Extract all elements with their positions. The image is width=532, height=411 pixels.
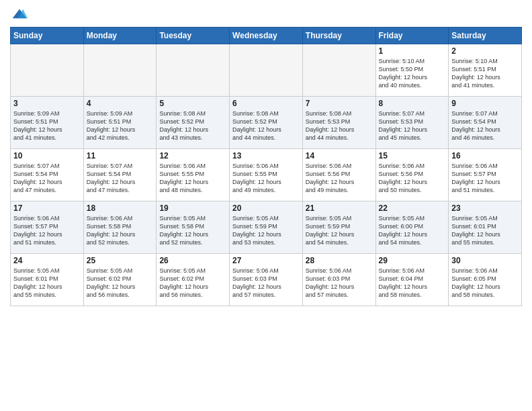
- day-info: Sunrise: 5:05 AMSunset: 6:01 PMDaylight:…: [451, 214, 519, 247]
- day-number: 15: [379, 151, 446, 161]
- header: [10, 7, 522, 23]
- day-info: Sunrise: 5:07 AMSunset: 5:54 PMDaylight:…: [87, 162, 154, 195]
- calendar-cell: [302, 44, 375, 97]
- calendar-cell: 29Sunrise: 5:06 AMSunset: 6:04 PMDayligh…: [375, 254, 449, 306]
- day-info: Sunrise: 5:08 AMSunset: 5:52 PMDaylight:…: [232, 109, 300, 142]
- calendar-cell: 3Sunrise: 5:09 AMSunset: 5:51 PMDaylight…: [11, 97, 84, 149]
- week-row-5: 24Sunrise: 5:05 AMSunset: 6:01 PMDayligh…: [11, 254, 522, 306]
- weekday-sunday: Sunday: [11, 28, 84, 44]
- day-number: 16: [451, 151, 519, 161]
- calendar-cell: 23Sunrise: 5:05 AMSunset: 6:01 PMDayligh…: [449, 201, 522, 254]
- day-number: 23: [451, 203, 519, 213]
- week-row-3: 10Sunrise: 5:07 AMSunset: 5:54 PMDayligh…: [11, 149, 522, 201]
- day-info: Sunrise: 5:05 AMSunset: 6:02 PMDaylight:…: [159, 267, 226, 300]
- day-number: 7: [306, 99, 373, 108]
- calendar-cell: [157, 44, 230, 97]
- week-row-2: 3Sunrise: 5:09 AMSunset: 5:51 PMDaylight…: [11, 97, 522, 149]
- day-number: 17: [13, 203, 81, 213]
- calendar-cell: 13Sunrise: 5:06 AMSunset: 5:55 PMDayligh…: [230, 149, 303, 201]
- day-number: 30: [451, 256, 519, 265]
- calendar-cell: 28Sunrise: 5:06 AMSunset: 6:03 PMDayligh…: [302, 254, 375, 306]
- day-number: 18: [87, 203, 154, 213]
- day-number: 8: [379, 99, 446, 108]
- day-info: Sunrise: 5:06 AMSunset: 6:04 PMDaylight:…: [379, 267, 446, 300]
- weekday-thursday: Thursday: [302, 28, 375, 44]
- day-info: Sunrise: 5:05 AMSunset: 6:01 PMDaylight:…: [13, 267, 81, 300]
- calendar-cell: 14Sunrise: 5:06 AMSunset: 5:56 PMDayligh…: [302, 149, 375, 201]
- calendar-body: 1Sunrise: 5:10 AMSunset: 5:50 PMDaylight…: [11, 44, 522, 306]
- week-row-4: 17Sunrise: 5:06 AMSunset: 5:57 PMDayligh…: [11, 201, 522, 254]
- day-info: Sunrise: 5:06 AMSunset: 5:57 PMDaylight:…: [13, 214, 81, 247]
- calendar-cell: 6Sunrise: 5:08 AMSunset: 5:52 PMDaylight…: [230, 97, 303, 149]
- day-number: 28: [306, 256, 373, 265]
- day-number: 1: [379, 46, 446, 56]
- calendar-cell: 15Sunrise: 5:06 AMSunset: 5:56 PMDayligh…: [375, 149, 449, 201]
- logo: [10, 7, 29, 23]
- calendar-cell: 25Sunrise: 5:05 AMSunset: 6:02 PMDayligh…: [83, 254, 157, 306]
- calendar-cell: 12Sunrise: 5:06 AMSunset: 5:55 PMDayligh…: [157, 149, 230, 201]
- calendar-cell: [11, 44, 84, 97]
- day-info: Sunrise: 5:09 AMSunset: 5:51 PMDaylight:…: [87, 109, 154, 142]
- day-info: Sunrise: 5:10 AMSunset: 5:50 PMDaylight:…: [379, 57, 446, 90]
- calendar-cell: 22Sunrise: 5:05 AMSunset: 6:00 PMDayligh…: [375, 201, 449, 254]
- day-info: Sunrise: 5:09 AMSunset: 5:51 PMDaylight:…: [13, 109, 81, 142]
- calendar-table: SundayMondayTuesdayWednesdayThursdayFrid…: [10, 27, 522, 306]
- calendar-cell: 16Sunrise: 5:06 AMSunset: 5:57 PMDayligh…: [449, 149, 522, 201]
- day-number: 27: [232, 256, 300, 265]
- calendar-cell: 21Sunrise: 5:05 AMSunset: 5:59 PMDayligh…: [302, 201, 375, 254]
- day-info: Sunrise: 5:08 AMSunset: 5:52 PMDaylight:…: [159, 109, 226, 142]
- day-info: Sunrise: 5:06 AMSunset: 5:56 PMDaylight:…: [379, 162, 446, 195]
- day-info: Sunrise: 5:07 AMSunset: 5:53 PMDaylight:…: [379, 109, 446, 142]
- day-info: Sunrise: 5:07 AMSunset: 5:54 PMDaylight:…: [451, 109, 519, 142]
- logo-area: [10, 7, 29, 23]
- day-number: 20: [232, 203, 300, 213]
- weekday-monday: Monday: [83, 28, 157, 44]
- day-number: 14: [306, 151, 373, 161]
- page: SundayMondayTuesdayWednesdayThursdayFrid…: [0, 0, 532, 411]
- day-info: Sunrise: 5:06 AMSunset: 5:57 PMDaylight:…: [451, 162, 519, 195]
- calendar-cell: 10Sunrise: 5:07 AMSunset: 5:54 PMDayligh…: [11, 149, 84, 201]
- logo-icon: [11, 7, 28, 23]
- calendar-cell: [83, 44, 157, 97]
- calendar-cell: 9Sunrise: 5:07 AMSunset: 5:54 PMDaylight…: [449, 97, 522, 149]
- day-number: 12: [159, 151, 226, 161]
- calendar-cell: 7Sunrise: 5:08 AMSunset: 5:53 PMDaylight…: [302, 97, 375, 149]
- calendar-cell: 27Sunrise: 5:06 AMSunset: 6:03 PMDayligh…: [230, 254, 303, 306]
- weekday-wednesday: Wednesday: [230, 28, 303, 44]
- calendar-cell: 2Sunrise: 5:10 AMSunset: 5:51 PMDaylight…: [449, 44, 522, 97]
- day-number: 9: [451, 99, 519, 108]
- day-info: Sunrise: 5:06 AMSunset: 6:03 PMDaylight:…: [306, 267, 373, 300]
- day-number: 6: [232, 99, 300, 108]
- day-info: Sunrise: 5:06 AMSunset: 5:58 PMDaylight:…: [87, 214, 154, 247]
- calendar-cell: 5Sunrise: 5:08 AMSunset: 5:52 PMDaylight…: [157, 97, 230, 149]
- weekday-saturday: Saturday: [449, 28, 522, 44]
- day-info: Sunrise: 5:06 AMSunset: 5:55 PMDaylight:…: [159, 162, 226, 195]
- calendar-cell: 30Sunrise: 5:06 AMSunset: 6:05 PMDayligh…: [449, 254, 522, 306]
- day-info: Sunrise: 5:06 AMSunset: 6:05 PMDaylight:…: [451, 267, 519, 300]
- day-info: Sunrise: 5:05 AMSunset: 6:02 PMDaylight:…: [87, 267, 154, 300]
- day-number: 2: [451, 46, 519, 56]
- weekday-header: SundayMondayTuesdayWednesdayThursdayFrid…: [11, 28, 522, 44]
- day-info: Sunrise: 5:05 AMSunset: 6:00 PMDaylight:…: [379, 214, 446, 247]
- day-number: 10: [13, 151, 81, 161]
- day-number: 5: [159, 99, 226, 108]
- day-info: Sunrise: 5:06 AMSunset: 6:03 PMDaylight:…: [232, 267, 300, 300]
- calendar-cell: 17Sunrise: 5:06 AMSunset: 5:57 PMDayligh…: [11, 201, 84, 254]
- calendar-cell: 24Sunrise: 5:05 AMSunset: 6:01 PMDayligh…: [11, 254, 84, 306]
- calendar-cell: [230, 44, 303, 97]
- calendar-cell: 4Sunrise: 5:09 AMSunset: 5:51 PMDaylight…: [83, 97, 157, 149]
- day-number: 11: [87, 151, 154, 161]
- day-info: Sunrise: 5:05 AMSunset: 5:59 PMDaylight:…: [232, 214, 300, 247]
- weekday-friday: Friday: [375, 28, 449, 44]
- day-number: 3: [13, 99, 81, 108]
- day-number: 24: [13, 256, 81, 265]
- day-number: 21: [306, 203, 373, 213]
- day-info: Sunrise: 5:05 AMSunset: 5:58 PMDaylight:…: [159, 214, 226, 247]
- day-info: Sunrise: 5:06 AMSunset: 5:56 PMDaylight:…: [306, 162, 373, 195]
- calendar-cell: 1Sunrise: 5:10 AMSunset: 5:50 PMDaylight…: [375, 44, 449, 97]
- day-number: 26: [159, 256, 226, 265]
- calendar-cell: 19Sunrise: 5:05 AMSunset: 5:58 PMDayligh…: [157, 201, 230, 254]
- calendar-cell: 20Sunrise: 5:05 AMSunset: 5:59 PMDayligh…: [230, 201, 303, 254]
- day-info: Sunrise: 5:10 AMSunset: 5:51 PMDaylight:…: [451, 57, 519, 90]
- day-info: Sunrise: 5:05 AMSunset: 5:59 PMDaylight:…: [306, 214, 373, 247]
